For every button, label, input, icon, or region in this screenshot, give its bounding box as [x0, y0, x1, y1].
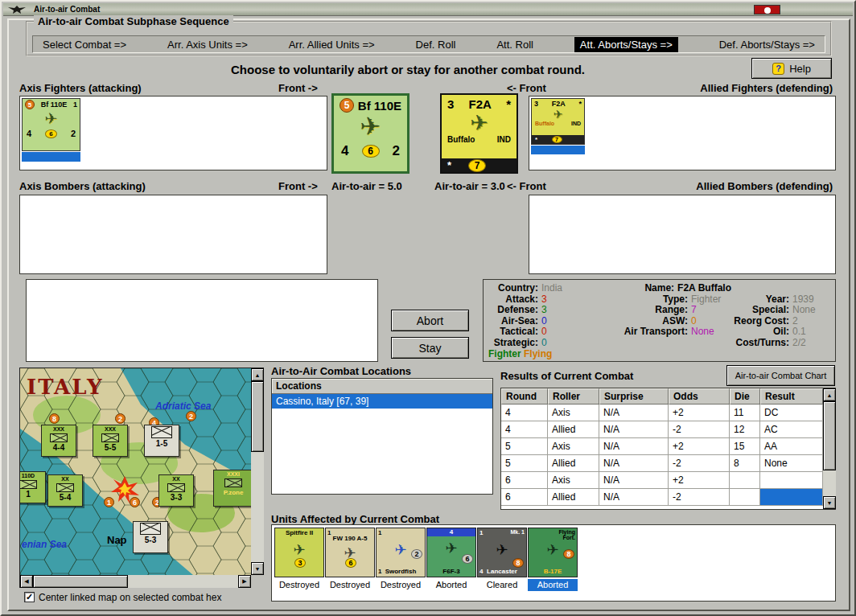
affected-unit-b17[interactable]: Flying Fort. ✈ 8 B-17E Aborted — [528, 528, 578, 601]
cell[interactable]: +2 — [669, 405, 730, 421]
scroll-down-button[interactable]: ▼ — [251, 562, 264, 575]
aircraft-icon: ✈ — [532, 108, 584, 121]
cell[interactable]: 4 — [501, 405, 548, 421]
map-stack-badge[interactable]: 1 — [104, 497, 114, 507]
col-header-result: Result — [760, 388, 823, 405]
cell[interactable]: -2 — [669, 489, 730, 506]
map-unit[interactable]: 110D 1 — [20, 471, 46, 503]
selected-cell[interactable] — [760, 489, 823, 506]
cell[interactable]: 15 — [730, 438, 760, 455]
locations-title: Air-to-Air Combat Locations — [271, 365, 411, 377]
map-unit[interactable]: XXXI P.zone — [213, 470, 251, 507]
axis-counter-selection-bar — [22, 152, 80, 162]
cell[interactable]: +2 — [669, 438, 730, 455]
scroll-right-button[interactable]: ▶ — [238, 575, 251, 588]
cell[interactable]: AC — [760, 421, 823, 438]
affected-unit-fw190[interactable]: 1 FW 190 A-5 ✈ 6 Destroyed — [325, 528, 375, 601]
cell[interactable]: +2 — [669, 472, 730, 489]
cell[interactable]: N/A — [599, 405, 669, 421]
cell[interactable] — [730, 489, 760, 506]
unit-strength: 4-4 — [42, 443, 76, 452]
map-unit[interactable]: 5-3 — [133, 521, 168, 553]
affected-unit-lancaster[interactable]: 1 Mk. 1 ✈ 4 8 Lancaster Cleared — [477, 528, 527, 601]
cell[interactable]: 8 — [730, 455, 760, 472]
map-hscrollbar[interactable]: ◀ ▶ — [20, 575, 251, 588]
cell[interactable]: Allied — [548, 489, 599, 506]
scroll-up-button[interactable]: ▲ — [251, 368, 264, 381]
info-row: Type:Fighter — [611, 294, 731, 306]
scroll-up-button[interactable]: ▲ — [823, 388, 836, 401]
map-unit[interactable]: XX 5-4 — [47, 474, 83, 507]
cell[interactable]: -2 — [669, 455, 730, 472]
info-row: Tactical:0 — [485, 326, 611, 338]
allied-air-value-label: Air-to-air = 3.0 — [434, 180, 505, 192]
info-row: ASW:0 — [611, 316, 731, 327]
cell[interactable]: Axis — [548, 438, 599, 455]
cell[interactable]: None — [760, 455, 823, 472]
cell[interactable]: Axis — [548, 472, 599, 489]
front-right-label-1: Front -> — [278, 82, 318, 94]
map-unit[interactable]: XX 3-3 — [158, 474, 194, 507]
info-row: Attack:3 — [485, 294, 611, 306]
scroll-left-button[interactable]: ◀ — [20, 575, 33, 588]
hscroll-thumb[interactable] — [33, 575, 128, 588]
aircraft-icon: ✈ — [442, 111, 516, 135]
scroll-down-button[interactable]: ▼ — [823, 496, 836, 509]
center-map-checkbox[interactable]: ✓ — [24, 592, 35, 602]
stay-button[interactable]: Stay — [391, 337, 469, 359]
map-vscrollbar[interactable]: ▲ ▼ — [251, 368, 264, 575]
cell[interactable]: 11 — [730, 405, 760, 421]
affected-unit-spitfire[interactable]: Spitfire II ✈ 3 Destroyed — [274, 528, 324, 601]
cell[interactable]: -2 — [669, 421, 730, 438]
vscroll-thumb[interactable] — [251, 381, 264, 452]
map-stack-badge[interactable]: 8 — [49, 413, 60, 424]
allied-fighter-counter-f2a[interactable]: 3 F2A * ✈ Buffalo IND * 7 — [531, 98, 585, 145]
cell[interactable]: 4 — [501, 421, 548, 438]
map-unit[interactable]: 1-5 — [144, 425, 179, 457]
axis-fighter-counter-large[interactable]: 5 Bf 110E ✈ 4 6 2 — [331, 93, 409, 174]
cell[interactable]: 6 — [501, 489, 548, 506]
map-region-label: ITALY — [27, 375, 103, 399]
results-row: 5 Allied N/A -2 8 None — [501, 455, 823, 472]
results-vscrollbar[interactable]: ▲ ▼ — [823, 388, 836, 509]
map-unit[interactable]: XXX 5-5 — [93, 425, 128, 457]
cell[interactable]: N/A — [599, 455, 669, 472]
corner-value: 1 — [378, 529, 381, 536]
map-stack-badge[interactable]: 2 — [115, 413, 126, 424]
map-viewport[interactable]: ITALY Adriatic Sea enian Sea Nap 8 2 4 2… — [20, 368, 251, 575]
cell[interactable] — [760, 472, 823, 489]
range-value: 2 — [393, 143, 400, 159]
cell[interactable]: Allied — [548, 421, 599, 438]
allied-fighter-counter-large[interactable]: 3 F2A * ✈ Buffalo IND * 7 — [440, 93, 518, 174]
cell[interactable]: N/A — [599, 472, 669, 489]
cell[interactable]: N/A — [599, 421, 669, 438]
cell[interactable]: 5 — [501, 438, 548, 455]
help-icon: ? — [772, 63, 784, 75]
cell[interactable]: AA — [760, 438, 823, 455]
cell[interactable]: N/A — [599, 489, 669, 506]
front-left-label-2: <- Front — [507, 180, 546, 192]
abort-button[interactable]: Abort — [391, 310, 469, 331]
map-unit[interactable]: XXX 4-4 — [41, 425, 76, 457]
cell[interactable]: 6 — [501, 472, 548, 489]
combat-chart-button[interactable]: Air-to-air Combat Chart — [726, 365, 835, 386]
cell[interactable]: Axis — [548, 405, 599, 421]
cell[interactable]: Allied — [548, 455, 599, 472]
affected-unit-f6f[interactable]: 4 ✈ 6 F6F-3 Aborted — [426, 528, 476, 601]
map-stack-badge[interactable]: 2 — [186, 411, 196, 421]
location-list-item[interactable]: Cassino, Italy [67, 39] — [272, 394, 492, 409]
axis-bombers-label: Axis Bombers (attacking) — [19, 180, 146, 192]
help-button[interactable]: ? Help — [751, 58, 832, 79]
affected-unit-swordfish[interactable]: 1 ✈ 2 1 Swordfish Destroyed — [376, 528, 426, 601]
titlebar[interactable]: Air-to-air Combat — [3, 3, 853, 16]
axis-fighter-counter-bf110e[interactable]: 5 Bf 110E 1 ✈ 4 6 2 — [22, 98, 80, 151]
cell[interactable]: N/A — [599, 438, 669, 455]
cell[interactable] — [730, 472, 760, 489]
infantry-symbol — [140, 523, 161, 535]
cell[interactable]: 12 — [730, 421, 760, 438]
cell[interactable]: DC — [760, 405, 823, 421]
results-row: 4 Axis N/A +2 11 DC — [501, 405, 823, 421]
map-stack-badge[interactable]: 6 — [130, 497, 140, 507]
cell[interactable]: 5 — [501, 455, 548, 472]
vscroll-thumb[interactable] — [823, 401, 836, 470]
